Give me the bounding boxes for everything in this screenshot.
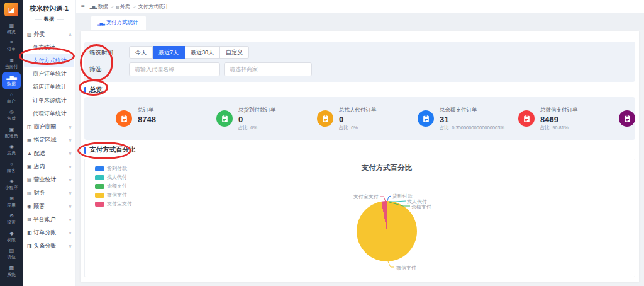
breadcrumb-waimai[interactable]: ▧外卖 [116, 3, 130, 10]
chevron-down-icon: ∨ [69, 151, 72, 156]
legend-item-alipay[interactable]: 支付宝支付 [95, 200, 132, 207]
legend-swatch [95, 184, 104, 189]
rail-item-settings[interactable]: ⚙设置 [2, 211, 21, 227]
rail-item-facepay[interactable]: ≣当面付 [2, 55, 21, 71]
time-button-last7days[interactable]: 最近7天 [153, 46, 185, 59]
chevron-down-icon: ∨ [69, 204, 72, 209]
store-icon: ⌂ [10, 92, 13, 98]
secondary-sidebar: 校米粒闪送-1 数据 ▧ 外卖 ∧ 外卖统计 支付方式统计 商户订单统计 新店订… [23, 0, 76, 286]
chevron-up-icon: ∧ [69, 32, 72, 37]
gear-icon: ⚙ [9, 213, 13, 219]
section-accent-bar [84, 87, 86, 94]
primary-nav-rail: ◪ ▦概况 ≡订单 ≣当面付 ▂▅▃数据 ⌂商户 ◎售后 ▣配送员 ◉店员 ○顾… [0, 0, 23, 286]
bar-chart-icon: ▂▅▃ [97, 21, 104, 25]
apps-grid-icon: ⊞ [9, 196, 13, 202]
stat-cod-orders: 总货到付款订单0占比: 0% [216, 106, 317, 131]
account-icon: ⊟ [27, 217, 31, 222]
rail-item-miniprogram[interactable]: ◈小程序 [2, 176, 21, 193]
stat-wechat-pay-orders: 总微信支付订单8469占比: 96.81% [518, 106, 619, 131]
sidebar-item-payment-method-stats[interactable]: 支付方式统计 [24, 54, 74, 67]
rail-item-orders[interactable]: ≡订单 [2, 38, 21, 54]
facepay-icon: ≣ [9, 57, 13, 63]
divider [35, 19, 42, 20]
pie-label-alipay: 支付宝支付 [353, 193, 379, 200]
sidebar-group-merchant-area[interactable]: ◫商户商圈∨ [23, 120, 75, 134]
chart-legend: 货到付款 找人代付 余额支付 微信支付 支付宝支付 [95, 165, 132, 209]
sidebar-group-waimai[interactable]: ▧ 外卖 ∧ [23, 28, 75, 41]
breadcrumb-data[interactable]: ▂▅▃数据 [90, 3, 108, 10]
rail-item-permissions[interactable]: ◆权限 [2, 228, 21, 244]
sidebar-group-delivery[interactable]: ▲配送∨ [23, 147, 75, 160]
rail-item-merchant[interactable]: ⌂商户 [2, 89, 21, 106]
chevron-down-icon: ∨ [69, 125, 72, 130]
breadcrumb-current: 支付方式统计 [138, 3, 169, 10]
sidebar-section-label: 数据 [23, 16, 75, 23]
rail-item-customer[interactable]: ○顾客 [2, 159, 21, 175]
time-button-custom[interactable]: 自定义 [220, 46, 249, 59]
stat-balance-pay-orders: 总余额支付订单31占比: 0.35000000000000003% [418, 106, 518, 131]
finance-icon: ▥ [27, 190, 32, 196]
rail-item-courier[interactable]: ▣配送员 [2, 124, 21, 140]
sidebar-group-order-split[interactable]: ◧订单分账∨ [23, 226, 75, 239]
sidebar-item-agent-order-stats[interactable]: 代理订单统计 [23, 107, 75, 120]
rail-item-apps[interactable]: ⊞应用 [2, 193, 21, 210]
sidebar-item-waimai-stats[interactable]: 外卖统计 [23, 41, 75, 54]
instore-icon: ▣ [27, 164, 32, 169]
customers-icon: ◉ [27, 203, 31, 209]
business-stats-icon: ▤ [27, 177, 32, 183]
split-icon: ◧ [27, 230, 32, 236]
rail-item-aftersales[interactable]: ◎售后 [2, 107, 21, 123]
time-range-button-group: 今天 最近7天 最近30天 自定义 [129, 46, 249, 59]
main-area: ≡ ▂▅▃数据 > ▧外卖 > 支付方式统计 ▂▅▃ 支付方式统计 筛选时间 今… [76, 0, 644, 286]
chart-section-title: 支付方式百分比 [84, 146, 136, 154]
overview-section-title: 总览 [84, 86, 103, 94]
sidebar-group-platform-account[interactable]: ⊟平台账户∨ [23, 213, 75, 226]
sidebar-item-merchant-order-stats[interactable]: 商户订单统计 [23, 67, 75, 81]
stat-alipay-orders: 总支付宝支付订单248占比: 2.83% [619, 106, 635, 131]
legend-item-proxy[interactable]: 找人代付 [95, 174, 132, 181]
chevron-down-icon: ∨ [69, 138, 72, 143]
rail-item-overview[interactable]: ▦概况 [2, 20, 21, 37]
merchant-select[interactable]: 请选择商家 [224, 62, 312, 76]
sidebar-item-order-source-stats[interactable]: 订单来源统计 [23, 94, 75, 107]
clipboard-icon [418, 110, 434, 127]
sidebar-group-business-stats[interactable]: ▤营业统计∨ [23, 173, 75, 186]
customer-icon: ○ [10, 161, 13, 167]
district-icon: ◫ [27, 124, 32, 130]
bar-chart-icon: ▂▅▃ [90, 4, 97, 9]
legend-swatch [95, 175, 104, 180]
sidebar-group-instore[interactable]: ▣店内∨ [23, 160, 75, 173]
chevron-down-icon: ∨ [69, 191, 72, 196]
rail-item-clerk[interactable]: ◉店员 [2, 142, 21, 158]
stat-proxy-pay-orders: 总找人代付订单0占比: 0% [317, 106, 418, 131]
time-button-today[interactable]: 今天 [129, 46, 153, 59]
clipboard-icon [619, 110, 635, 127]
sidebar-group-customers[interactable]: ◉顾客∨ [23, 200, 75, 213]
legend-item-wechat[interactable]: 微信支付 [95, 192, 132, 198]
lock-icon: ◆ [9, 231, 13, 236]
time-button-last30days[interactable]: 最近30天 [185, 46, 220, 59]
pie-chart[interactable] [357, 201, 417, 261]
region-icon: ▦ [27, 137, 32, 143]
app-logo[interactable]: ◪ [4, 3, 18, 16]
content-panel: 筛选时间 今天 最近7天 最近30天 自定义 筛选 请选择商家 总览 总订单87… [80, 31, 639, 282]
legend-item-balance[interactable]: 余额支付 [95, 183, 132, 190]
legend-item-cod[interactable]: 货到付款 [95, 165, 132, 172]
agent-name-input[interactable] [129, 62, 220, 76]
clipboard-icon [518, 110, 535, 127]
clipboard-icon [317, 110, 333, 127]
sidebar-group-finance[interactable]: ▥财务∨ [23, 186, 75, 200]
headset-icon: ◎ [9, 109, 13, 115]
sidebar-group-toutiao-split[interactable]: ◨头条分账∨ [23, 239, 75, 253]
rail-item-slots[interactable]: ▤坑位 [2, 246, 21, 262]
divider [57, 19, 64, 20]
tab-payment-method-stats[interactable]: ▂▅▃ 支付方式统计 [91, 16, 146, 30]
legend-swatch [95, 193, 104, 198]
rail-item-system[interactable]: ▩系统 [2, 263, 21, 279]
collapse-sidebar-icon[interactable]: ≡ [81, 3, 85, 10]
rail-item-data[interactable]: ▂▅▃数据 [2, 72, 21, 89]
breadcrumb-separator: > [111, 4, 114, 9]
filter-time-label: 筛选时间 [89, 49, 113, 57]
sidebar-item-newstore-order-stats[interactable]: 新店订单统计 [23, 81, 75, 94]
sidebar-group-region[interactable]: ▦指定区域∨ [23, 134, 75, 147]
